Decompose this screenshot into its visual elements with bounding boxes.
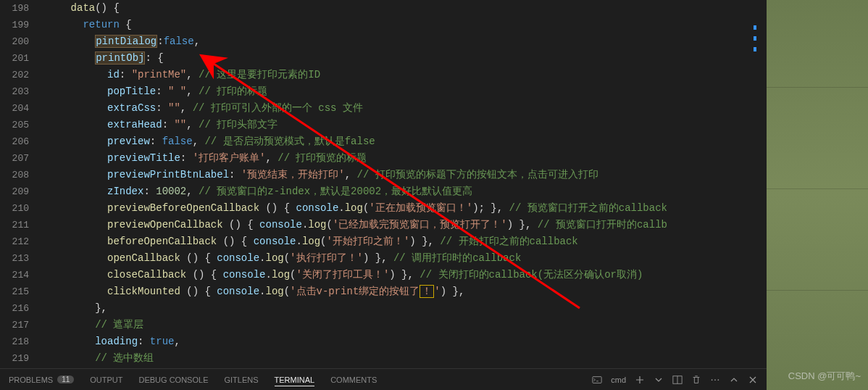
code-line[interactable]: openCallback () { console.log('执行打印了！') … <box>46 250 767 267</box>
line-number: 219 <box>0 350 29 367</box>
more-icon[interactable] <box>710 375 720 385</box>
maximize-icon[interactable] <box>729 375 739 385</box>
line-number: 199 <box>0 17 29 33</box>
trash-icon[interactable] <box>691 375 701 385</box>
minimap[interactable] <box>754 0 756 367</box>
code-line[interactable]: // 遮罩层 <box>46 317 767 333</box>
code-line[interactable]: beforeOpenCallback () { console.log('开始打… <box>46 233 767 250</box>
new-terminal-icon[interactable] <box>635 375 645 385</box>
close-panel-icon[interactable] <box>748 375 758 385</box>
line-number: 198 <box>0 0 29 17</box>
bottom-panel-tabs: PROBLEMS 11 OUTPUT DEBUG CONSOLE GITLENS… <box>0 368 767 390</box>
line-number: 202 <box>0 67 29 83</box>
line-number: 208 <box>0 167 29 183</box>
code-line[interactable]: closeCallback () { console.log('关闭了打印工具！… <box>46 267 767 283</box>
line-number: 214 <box>0 267 29 283</box>
code-line[interactable]: return { <box>46 17 767 33</box>
chevron-down-icon[interactable] <box>654 375 664 385</box>
svg-point-3 <box>711 379 713 381</box>
code-editor[interactable]: 1981992002012022032042052062072082092102… <box>0 0 767 368</box>
code-line[interactable]: preview: false, // 是否启动预览模式，默认是false <box>46 133 767 150</box>
code-line[interactable]: extraCss: "", // 打印可引入外部的一个 css 文件 <box>46 100 767 117</box>
tab-gitlens[interactable]: GITLENS <box>224 376 258 384</box>
split-terminal-icon[interactable] <box>672 375 683 385</box>
line-number: 204 <box>0 100 29 117</box>
line-number: 215 <box>0 283 29 300</box>
line-number: 212 <box>0 233 29 250</box>
code-line[interactable]: printObj: { <box>46 50 767 67</box>
code-line[interactable]: extraHead: "", // 打印头部文字 <box>46 117 767 133</box>
tab-comments[interactable]: COMMENTS <box>330 376 377 384</box>
code-line[interactable]: previewBeforeOpenCallback () { console.l… <box>46 200 767 217</box>
line-number: 209 <box>0 183 29 200</box>
code-content[interactable]: data() { return { pintDialog:false, prin… <box>43 0 767 368</box>
tab-problems-label: PROBLEMS <box>9 376 53 384</box>
terminal-shell-label: cmd <box>611 376 626 384</box>
line-number: 207 <box>0 150 29 167</box>
svg-point-5 <box>718 379 719 381</box>
svg-point-4 <box>714 379 716 381</box>
svg-rect-0 <box>593 376 601 383</box>
tab-debug-console[interactable]: DEBUG CONSOLE <box>139 376 209 384</box>
line-number: 216 <box>0 300 29 317</box>
code-line[interactable]: pintDialog:false, <box>46 33 767 50</box>
tab-terminal[interactable]: TERMINAL <box>275 376 315 386</box>
line-number: 205 <box>0 117 29 133</box>
terminal-icon <box>592 375 602 385</box>
problems-count-badge: 11 <box>57 376 74 383</box>
tab-problems[interactable]: PROBLEMS 11 <box>9 376 74 384</box>
editor-window: 1981992002012022032042052062072082092102… <box>0 0 767 390</box>
line-number: 206 <box>0 133 29 150</box>
code-line[interactable]: previewOpenCallback () { console.log('已经… <box>46 217 767 233</box>
code-line[interactable]: previewTitle: '打印客户账单', // 打印预览的标题 <box>46 150 767 167</box>
line-number-gutter: 1981992002012022032042052062072082092102… <box>0 0 43 368</box>
line-number: 211 <box>0 217 29 233</box>
line-number: 201 <box>0 50 29 67</box>
code-line[interactable]: clickMounted () { console.log('点击v-print… <box>46 283 767 300</box>
watermark: CSDN @可可鸭~ <box>788 370 861 383</box>
code-line[interactable]: loading: true, <box>46 333 767 350</box>
code-line[interactable]: }, <box>46 300 767 317</box>
line-number: 213 <box>0 250 29 267</box>
code-line[interactable]: zIndex: 10002, // 预览窗口的z-index，默认是20002，… <box>46 183 767 200</box>
line-number: 218 <box>0 333 29 350</box>
tab-output[interactable]: OUTPUT <box>90 376 122 384</box>
line-number: 200 <box>0 33 29 50</box>
line-number: 203 <box>0 83 29 100</box>
code-line[interactable]: // 选中数组 <box>46 350 767 367</box>
line-number: 217 <box>0 317 29 333</box>
desktop-background: CSDN @可可鸭~ <box>767 0 868 390</box>
code-line[interactable]: popTitle: " ", // 打印的标题 <box>46 83 767 100</box>
line-number: 210 <box>0 200 29 217</box>
code-line[interactable]: id: "printMe", // 这里是要打印元素的ID <box>46 67 767 83</box>
code-line[interactable]: data() { <box>46 0 767 17</box>
code-line[interactable]: previewPrintBtnLabel: '预览结束，开始打印', // 打印… <box>46 167 767 183</box>
